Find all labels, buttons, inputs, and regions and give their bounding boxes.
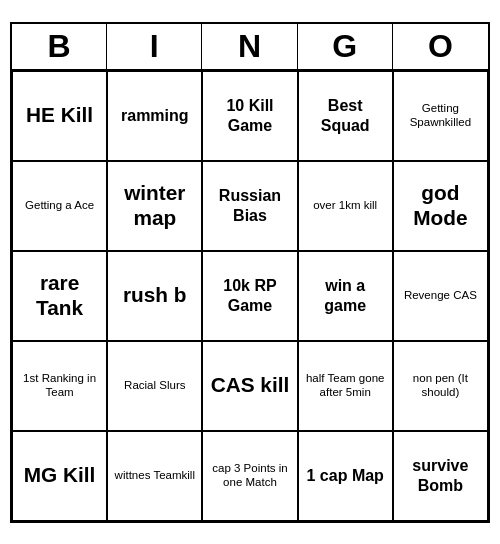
bingo-cell-5: Getting a Ace	[12, 161, 107, 251]
header-g: G	[298, 24, 393, 69]
bingo-cell-15: 1st Ranking in Team	[12, 341, 107, 431]
bingo-cell-11: rush b	[107, 251, 202, 341]
bingo-header: B I N G O	[12, 24, 488, 71]
header-o: O	[393, 24, 488, 69]
bingo-cell-8: over 1km kill	[298, 161, 393, 251]
bingo-cell-18: half Team gone after 5min	[298, 341, 393, 431]
bingo-cell-3: Best Squad	[298, 71, 393, 161]
bingo-card: B I N G O HE Killramming10 Kill GameBest…	[10, 22, 490, 523]
bingo-cell-17: CAS kill	[202, 341, 297, 431]
bingo-cell-22: cap 3 Points in one Match	[202, 431, 297, 521]
bingo-cell-2: 10 Kill Game	[202, 71, 297, 161]
bingo-cell-6: winter map	[107, 161, 202, 251]
bingo-cell-19: non pen (It should)	[393, 341, 488, 431]
header-b: B	[12, 24, 107, 69]
bingo-cell-12: 10k RP Game	[202, 251, 297, 341]
bingo-cell-16: Racial Slurs	[107, 341, 202, 431]
bingo-cell-4: Getting Spawnkilled	[393, 71, 488, 161]
bingo-cell-10: rare Tank	[12, 251, 107, 341]
bingo-cell-7: Russian Bias	[202, 161, 297, 251]
bingo-cell-24: survive Bomb	[393, 431, 488, 521]
bingo-cell-1: ramming	[107, 71, 202, 161]
bingo-grid: HE Killramming10 Kill GameBest SquadGett…	[12, 71, 488, 521]
bingo-cell-20: MG Kill	[12, 431, 107, 521]
bingo-cell-23: 1 cap Map	[298, 431, 393, 521]
bingo-cell-9: god Mode	[393, 161, 488, 251]
bingo-cell-0: HE Kill	[12, 71, 107, 161]
bingo-cell-21: wittnes Teamkill	[107, 431, 202, 521]
header-n: N	[202, 24, 297, 69]
bingo-cell-13: win a game	[298, 251, 393, 341]
bingo-cell-14: Revenge CAS	[393, 251, 488, 341]
header-i: I	[107, 24, 202, 69]
